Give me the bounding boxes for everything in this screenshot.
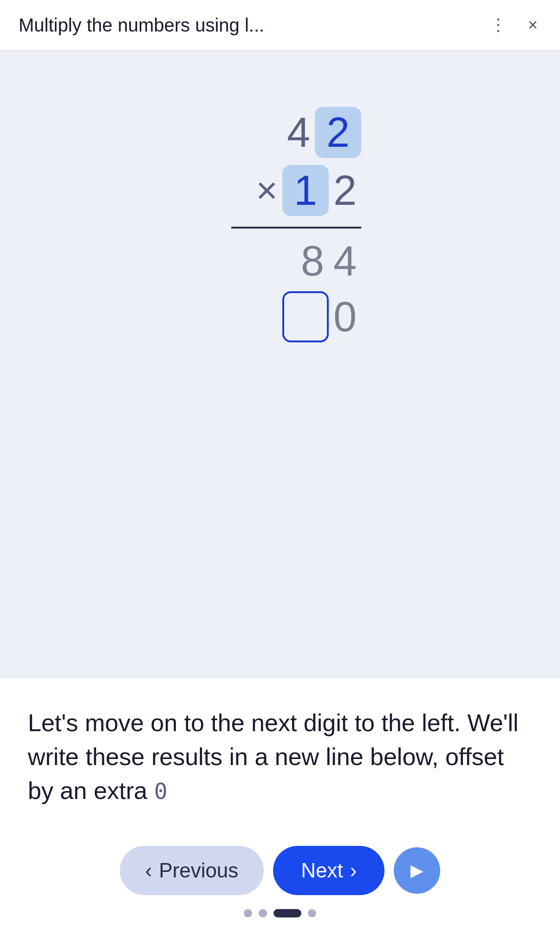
bottom-digit-2: 2 [329,170,361,211]
menu-button[interactable]: ⋮ [486,12,510,39]
previous-chevron-icon: ‹ [145,859,152,882]
dot-3-active [273,909,301,917]
bottom-digit-1-highlighted: 1 [282,165,329,216]
navigation-buttons: ‹ Previous Next › ▶ [28,846,532,895]
next-button[interactable]: Next › [273,846,384,895]
header-icons: ⋮ × [486,12,541,39]
top-digit-1: 4 [282,111,315,153]
result-row-1: 8 4 [296,240,361,282]
multiply-operator: × [256,169,278,212]
empty-answer-box[interactable] [282,291,329,342]
next-chevron-icon: › [350,859,357,882]
play-icon: ▶ [410,861,423,880]
explanation-text: Let's move on to the next digit to the l… [28,706,532,807]
next-label: Next [301,859,343,882]
page-dots [28,909,532,917]
offset-value: 0 [154,778,168,804]
header-title: Multiply the numbers using l... [19,15,264,36]
divider-line [231,227,361,229]
dot-2 [259,909,267,917]
bottom-section: Let's move on to the next digit to the l… [0,678,560,936]
main-content: 4 2 × 1 2 8 4 0 [0,51,560,678]
dot-1 [244,909,252,917]
navigation-area: ‹ Previous Next › ▶ [28,837,532,917]
previous-button[interactable]: ‹ Previous [120,846,264,895]
header: Multiply the numbers using l... ⋮ × [0,0,560,51]
dot-4 [308,909,316,917]
result1-digit-2: 4 [329,240,361,282]
top-digit-2-highlighted: 2 [315,107,361,158]
previous-label: Previous [159,859,238,882]
result-row-2: 0 [282,291,361,342]
close-button[interactable]: × [524,12,541,39]
result1-digit-1: 8 [296,240,329,282]
bottom-number-row: × 1 2 [256,165,361,216]
top-number-row: 4 2 [282,107,361,158]
math-area: 4 2 × 1 2 8 4 0 [199,107,361,342]
result2-digit-2: 0 [329,296,361,338]
play-button[interactable]: ▶ [394,847,440,894]
